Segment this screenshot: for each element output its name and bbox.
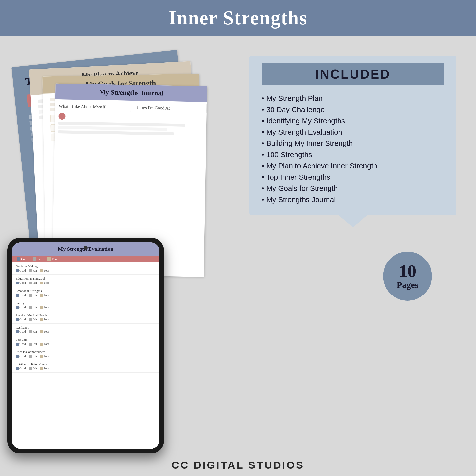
- legend-poor: Poor: [48, 257, 58, 261]
- legend-fair-box: [33, 257, 36, 261]
- eval-row-spiritual: Spiritual/Religious/Faith Good Fair Poor: [12, 360, 159, 373]
- journal-columns: What I Like About Myself Things I'm Good…: [55, 102, 207, 114]
- legend-poor-box: [48, 257, 51, 261]
- list-item: My Plan to Achieve Inner Strength: [262, 160, 444, 171]
- main-content: Top Inner Strengths: [0, 36, 476, 453]
- included-header: INCLUDED: [262, 63, 444, 85]
- list-item: Top Inner Strengths: [262, 171, 444, 183]
- pages-label: Pages: [397, 280, 418, 290]
- legend-good: Good: [17, 257, 28, 261]
- journal-page-title: My Strengths Journal: [63, 87, 200, 98]
- eval-row-decision: Decision Making Good Fair Poor: [12, 262, 159, 275]
- legend-good-box: [17, 257, 20, 261]
- tablet-screen: My Strength Evaluation Good Fair: [12, 242, 159, 449]
- tablet-outer: My Strength Evaluation Good Fair: [7, 238, 164, 453]
- pages-number: 10: [399, 262, 416, 280]
- right-side: INCLUDED My Strength Plan 30 Day Challen…: [250, 51, 457, 443]
- footer: CC DIGITAL STUDIOS: [0, 459, 476, 471]
- list-item: Identifying My Strengths: [262, 115, 444, 126]
- journal-page-header: My Strengths Journal: [55, 84, 207, 102]
- journal-col-1: What I Like About Myself: [55, 102, 131, 112]
- eval-row-emotional: Emotional Strengths Good Fair Poor: [12, 287, 159, 299]
- list-item: 100 Strengths: [262, 149, 444, 160]
- pages-badge: 10 Pages: [383, 252, 432, 301]
- left-side: Top Inner Strengths: [15, 51, 235, 443]
- list-item: 30 Day Challenge: [262, 104, 444, 115]
- included-label: INCLUDED: [315, 67, 391, 81]
- journal-col-2: Things I'm Good At: [131, 103, 207, 113]
- header-title: Inner Strengths: [0, 7, 476, 29]
- included-list: My Strength Plan 30 Day Challenge Identi…: [262, 93, 444, 205]
- eval-row-health: Physical/Medical Health Good Fair Poor: [12, 311, 159, 323]
- list-item: My Strengths Journal: [262, 194, 444, 205]
- eval-row-friends: Friends/Connectedness Good Fair Poor: [12, 348, 159, 360]
- legend-fair: Fair: [33, 257, 43, 261]
- footer-text: CC DIGITAL STUDIOS: [172, 459, 305, 471]
- tablet-container: My Strength Evaluation Good Fair: [7, 238, 164, 453]
- list-item: Building My Inner Strength: [262, 138, 444, 149]
- eval-row-family: Family Good Fair Poor: [12, 299, 159, 311]
- list-item: My Strength Plan: [262, 93, 444, 104]
- eval-row-education: Education/Training/Job Good Fair Poor: [12, 275, 159, 287]
- header-banner: Inner Strengths: [0, 0, 476, 36]
- list-item: My Goals for Strength: [262, 183, 444, 194]
- tablet-content: My Strength Evaluation Good Fair: [12, 242, 159, 449]
- eval-row-resiliency: Resiliency Good Fair Poor: [12, 323, 159, 336]
- tablet-legend: Good Fair Poor: [12, 255, 159, 262]
- eval-row-selfcare: Self Care Good Fair Poor: [12, 336, 159, 348]
- included-box: INCLUDED My Strength Plan 30 Day Challen…: [250, 55, 457, 215]
- list-item: My Strength Evaluation: [262, 126, 444, 138]
- journal-dot: [58, 113, 65, 119]
- tablet-camera: [84, 246, 87, 250]
